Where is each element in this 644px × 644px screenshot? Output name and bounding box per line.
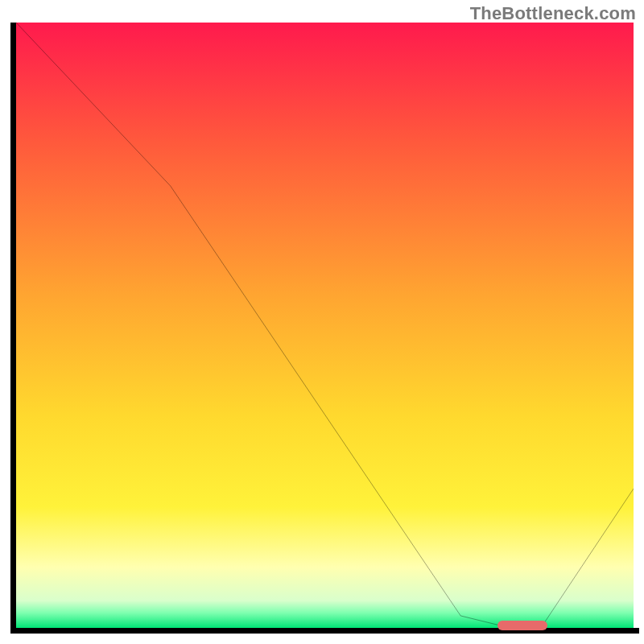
optimal-range-marker	[497, 621, 547, 630]
chart-canvas: TheBottleneck.com	[0, 0, 644, 644]
plot-area	[16, 23, 634, 628]
watermark-text: TheBottleneck.com	[470, 3, 636, 24]
y-axis-line	[10, 23, 16, 634]
gradient-background	[16, 23, 634, 628]
